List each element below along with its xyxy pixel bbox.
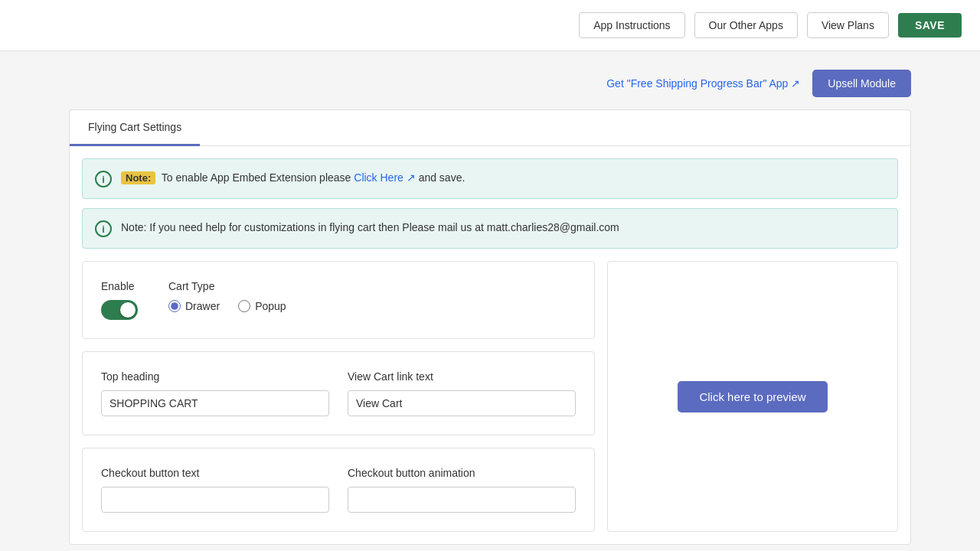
left-column: Enable Cart Type — [82, 261, 595, 532]
embed-notice: i Note: To enable App Embed Extension pl… — [82, 158, 898, 199]
checkout-button-text-section: Checkout button text — [101, 467, 329, 513]
enable-section: Enable — [101, 280, 138, 320]
checkout-button-text-input[interactable] — [101, 487, 329, 513]
embed-notice-before: To enable App Embed Extension please — [162, 171, 354, 184]
save-button[interactable]: SAVE — [898, 13, 962, 37]
top-heading-section: Top heading — [101, 370, 329, 416]
view-cart-section: View Cart link text — [348, 370, 576, 416]
free-shipping-link[interactable]: Get "Free Shipping Progress Bar" App ↗ — [606, 77, 800, 90]
toggle-container — [101, 300, 138, 320]
notices-section: i Note: To enable App Embed Extension pl… — [70, 146, 910, 261]
enable-label: Enable — [101, 280, 138, 292]
popup-label: Popup — [255, 300, 286, 312]
header: App Instructions Our Other Apps View Pla… — [0, 0, 980, 51]
main-content: Get "Free Shipping Progress Bar" App ↗ U… — [38, 51, 942, 551]
checkout-grid: Checkout button text Checkout button ani… — [101, 467, 576, 513]
drawer-label: Drawer — [185, 300, 220, 312]
drawer-radio[interactable] — [168, 300, 181, 312]
checkout-button-animation-input[interactable] — [348, 487, 576, 513]
cart-type-radio-group: Drawer Popup — [168, 300, 286, 312]
cart-type-label: Cart Type — [168, 280, 286, 292]
top-heading-input[interactable] — [101, 390, 329, 416]
heading-viewcart-grid: Top heading View Cart link text — [101, 370, 576, 416]
view-plans-button[interactable]: View Plans — [807, 12, 889, 38]
info-icon-1: i — [95, 171, 112, 187]
other-apps-button[interactable]: Our Other Apps — [694, 12, 798, 38]
tab-panel: Flying Cart Settings i Note: To enable A… — [69, 109, 911, 545]
checkout-button-text-label: Checkout button text — [101, 467, 329, 479]
view-cart-input[interactable] — [348, 390, 576, 416]
help-notice: i Note: If you need help for customizati… — [82, 208, 898, 249]
upsell-module-button[interactable]: Upsell Module — [812, 70, 911, 97]
info-icon-2: i — [95, 220, 112, 237]
view-cart-label: View Cart link text — [348, 370, 576, 383]
cart-type-section: Cart Type Drawer Popup — [168, 280, 286, 312]
note-badge-1: Note: — [121, 171, 155, 184]
embed-notice-after: and save. — [419, 171, 466, 184]
popup-option[interactable]: Popup — [238, 300, 286, 312]
preview-card: Click here to preview — [607, 261, 898, 532]
heading-viewcart-card: Top heading View Cart link text — [82, 351, 595, 435]
preview-button[interactable]: Click here to preview — [678, 381, 827, 412]
embed-notice-text: Note: To enable App Embed Extension plea… — [121, 170, 465, 186]
main-grid: Enable Cart Type — [70, 261, 910, 544]
top-links: Get "Free Shipping Progress Bar" App ↗ U… — [69, 70, 911, 97]
tab-bar: Flying Cart Settings — [70, 110, 910, 146]
checkout-button-animation-label: Checkout button animation — [348, 467, 576, 479]
enable-toggle[interactable] — [101, 300, 138, 320]
app-instructions-button[interactable]: App Instructions — [579, 12, 684, 38]
drawer-option[interactable]: Drawer — [168, 300, 220, 312]
checkout-button-animation-section: Checkout button animation — [348, 467, 576, 513]
top-heading-label: Top heading — [101, 370, 329, 383]
enable-cart-type-card: Enable Cart Type — [82, 261, 595, 339]
popup-radio[interactable] — [238, 300, 250, 312]
help-notice-text: Note: If you need help for customization… — [121, 220, 619, 236]
checkout-card: Checkout button text Checkout button ani… — [82, 448, 595, 532]
tab-flying-cart-settings[interactable]: Flying Cart Settings — [70, 110, 200, 146]
click-here-link[interactable]: Click Here ↗ — [354, 170, 415, 186]
